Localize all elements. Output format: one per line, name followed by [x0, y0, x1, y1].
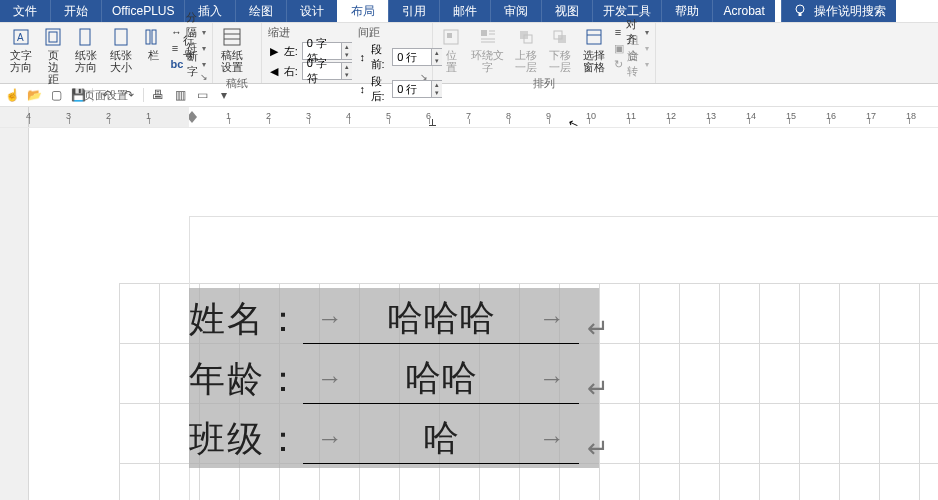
- indent-right-icon: ◀: [268, 65, 280, 77]
- tab-help[interactable]: 帮助: [661, 0, 712, 22]
- manuscript-settings-button[interactable]: 稿纸 设置: [219, 25, 245, 75]
- form-row[interactable]: 姓名：→哈哈哈→↵: [189, 294, 609, 344]
- wrap-label: 环绕文 字: [471, 49, 504, 73]
- tab-arrow-icon: →: [311, 304, 349, 334]
- paragraph-launcher[interactable]: ↘: [420, 72, 430, 82]
- ribbon-layout: A 文字方向 页边距 纸张方向 纸张大小 栏: [0, 23, 938, 84]
- manuscript-settings-label: 稿纸 设置: [221, 49, 243, 73]
- columns-icon: [143, 27, 163, 47]
- tab-arrow-icon: →: [311, 364, 349, 394]
- group-page-setup: A 文字方向 页边距 纸张方向 纸张大小 栏: [0, 23, 213, 83]
- hyphen-icon: bc: [171, 58, 183, 70]
- paragraph-mark-icon: ↵: [579, 313, 609, 344]
- hyphen-label: 断字: [187, 49, 198, 79]
- tab-arrow-icon: →: [311, 424, 349, 454]
- space-after-icon: ↕: [358, 83, 366, 95]
- tab-references[interactable]: 引用: [388, 0, 439, 22]
- spacing-header: 间距: [358, 25, 442, 40]
- orientation-button[interactable]: 纸张方向: [71, 25, 100, 75]
- paragraph-mark-icon: ↵: [579, 433, 609, 464]
- indent-left-icon: ▶: [268, 45, 280, 57]
- form-row[interactable]: 班级：→哈→↵: [189, 414, 609, 464]
- rotate-button: ↻ 旋转▾: [614, 57, 649, 71]
- form-field[interactable]: →哈哈→: [303, 354, 579, 404]
- svg-rect-6: [80, 29, 90, 45]
- breaks-icon: ↔: [171, 26, 182, 38]
- group-paragraph: 缩进 ▶ 左: 0 字符▴▾ ◀ 右: 0 字符▴▾ 间距 ↕: [262, 23, 433, 83]
- tab-design[interactable]: 设计: [286, 0, 337, 22]
- tab-arrow-icon: →: [533, 424, 571, 454]
- indent-right-input[interactable]: 0 字符▴▾: [302, 62, 352, 80]
- form-field[interactable]: →哈哈哈→: [303, 294, 579, 344]
- position-button: 位置: [439, 25, 463, 75]
- paragraph-mark-icon: ↵: [579, 373, 609, 404]
- size-label: 纸张大小: [108, 49, 133, 73]
- backward-label: 下移一层: [548, 49, 572, 73]
- vertical-ruler[interactable]: [0, 128, 29, 500]
- ruler-corner: [0, 107, 29, 127]
- bulb-icon: [792, 3, 808, 19]
- svg-rect-24: [587, 30, 601, 44]
- tell-me-label: 操作说明搜索: [814, 3, 886, 20]
- forward-label: 上移一层: [514, 49, 538, 73]
- tab-review[interactable]: 审阅: [490, 0, 541, 22]
- tab-acrobat[interactable]: Acrobat: [712, 0, 774, 22]
- tell-me-search[interactable]: 操作说明搜索: [781, 0, 896, 22]
- form-value: 哈哈: [405, 354, 477, 403]
- orientation-icon: [76, 27, 96, 47]
- margins-label: 页边距: [43, 49, 63, 85]
- wrap-text-button: 环绕文 字: [469, 25, 506, 75]
- tab-arrow-icon: →: [533, 364, 571, 394]
- margins-icon: [43, 27, 63, 47]
- svg-rect-10: [224, 29, 240, 45]
- svg-rect-5: [49, 32, 57, 42]
- svg-rect-9: [152, 30, 156, 44]
- svg-rect-4: [46, 29, 60, 45]
- position-label: 位置: [441, 49, 461, 73]
- page-setup-launcher[interactable]: ↘: [200, 72, 210, 82]
- text-direction-button[interactable]: A 文字方向: [6, 25, 35, 75]
- tab-mailings[interactable]: 邮件: [439, 0, 490, 22]
- hyphenation-button[interactable]: bc 断字▾: [171, 57, 206, 71]
- margins-button[interactable]: 页边距: [41, 25, 65, 87]
- group-arrange-label: 排列: [439, 75, 649, 89]
- word-app: 文件 开始 OfficePLUS 插入 绘图 设计 布局 引用 邮件 审阅 视图…: [0, 0, 938, 500]
- tab-view[interactable]: 视图: [541, 0, 592, 22]
- selection-pane-button[interactable]: 选择窗格: [580, 25, 608, 75]
- group-page-setup-label: 页面设置: [6, 87, 206, 101]
- send-backward-button: 下移一层: [546, 25, 574, 75]
- group-manuscript-label: 稿纸: [219, 75, 255, 89]
- columns-button[interactable]: 栏: [141, 25, 165, 63]
- form-value: 哈哈哈: [387, 294, 495, 343]
- text-direction-icon: A: [11, 27, 31, 47]
- size-button[interactable]: 纸张大小: [106, 25, 135, 75]
- rotate-label: 旋转: [627, 49, 641, 79]
- tab-file[interactable]: 文件: [0, 0, 50, 22]
- tab-home[interactable]: 开始: [50, 0, 101, 22]
- sel-pane-icon: [584, 27, 604, 47]
- columns-label: 栏: [148, 49, 159, 61]
- linenum-icon: ≡: [171, 42, 179, 54]
- sel-pane-label: 选择窗格: [582, 49, 606, 73]
- horizontal-ruler[interactable]: 居中式制表符 ↖ 1234567891011121314151617181912…: [0, 107, 938, 128]
- form-row[interactable]: 年龄：→哈哈→↵: [189, 354, 609, 404]
- ribbon-tabbar: 文件 开始 OfficePLUS 插入 绘图 设计 布局 引用 邮件 审阅 视图…: [0, 0, 938, 23]
- document-canvas[interactable]: 姓名：→哈哈哈→↵年龄：→哈哈→↵班级：→哈→↵: [29, 128, 938, 500]
- form-label: 姓名：: [189, 295, 303, 344]
- document-area: 姓名：→哈哈哈→↵年龄：→哈哈→↵班级：→哈→↵: [0, 128, 938, 500]
- svg-point-0: [796, 5, 804, 13]
- wrap-icon: [478, 27, 498, 47]
- form-label: 年龄：: [189, 355, 303, 404]
- tab-draw[interactable]: 绘图: [235, 0, 286, 22]
- form-field[interactable]: →哈→: [303, 414, 579, 464]
- space-before-icon: ↕: [358, 51, 366, 63]
- manuscript-icon: [222, 27, 242, 47]
- forward-icon: [516, 27, 536, 47]
- svg-rect-8: [146, 30, 150, 44]
- text-direction-label: 文字方向: [8, 49, 33, 73]
- tab-officeplus[interactable]: OfficePLUS: [101, 0, 184, 22]
- tab-layout[interactable]: 布局: [337, 0, 388, 22]
- orientation-label: 纸张方向: [73, 49, 98, 73]
- group-arrange: 位置 环绕文 字 上移一层 下移一层 选择窗格: [433, 23, 656, 83]
- align-icon: ≡: [614, 26, 622, 38]
